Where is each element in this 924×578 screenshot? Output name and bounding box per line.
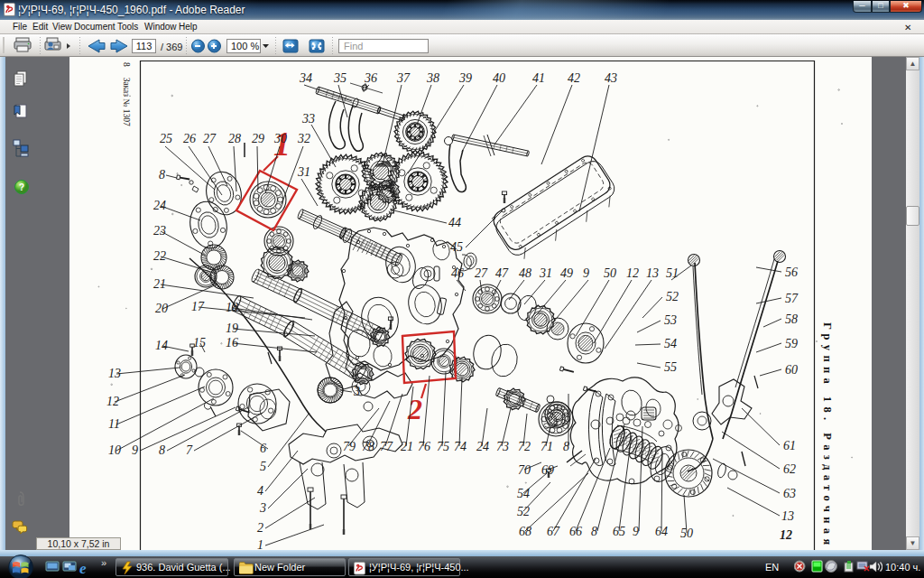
svg-text:28: 28 (228, 132, 241, 145)
svg-text:62: 62 (783, 462, 796, 476)
svg-text:57: 57 (785, 292, 799, 305)
svg-text:10: 10 (108, 443, 121, 457)
svg-text:47: 47 (495, 266, 509, 280)
svg-text:Группа 18. Раздаточная: Группа 18. Раздаточная (821, 322, 834, 550)
svg-text:75: 75 (437, 440, 449, 453)
svg-text:44: 44 (448, 216, 461, 229)
svg-text:17: 17 (191, 300, 205, 313)
svg-text:60: 60 (785, 363, 798, 377)
svg-text:50: 50 (604, 266, 616, 280)
svg-text:49: 49 (560, 266, 573, 280)
svg-text:79: 79 (343, 440, 356, 453)
svg-text:8 Заказ № 1307: 8 Заказ № 1307 (122, 62, 131, 126)
svg-text:72: 72 (518, 440, 531, 453)
svg-text:52: 52 (666, 290, 679, 303)
svg-text:38: 38 (426, 71, 439, 85)
svg-text:5: 5 (260, 460, 266, 473)
svg-text:32: 32 (297, 132, 310, 145)
svg-text:27: 27 (475, 266, 488, 280)
svg-text:19: 19 (226, 322, 238, 335)
svg-text:31: 31 (539, 266, 552, 280)
svg-text:58: 58 (785, 312, 798, 326)
svg-text:3: 3 (259, 501, 266, 515)
svg-text:54: 54 (664, 337, 677, 350)
svg-text:24: 24 (153, 199, 166, 212)
svg-text:30: 30 (273, 132, 287, 145)
svg-text:59: 59 (785, 337, 798, 350)
svg-text:12: 12 (106, 395, 119, 408)
svg-text:25: 25 (160, 132, 172, 145)
svg-text:?: ? (19, 182, 24, 192)
svg-text:9: 9 (583, 266, 589, 280)
svg-text:67: 67 (547, 525, 560, 538)
svg-text:3: 3 (353, 385, 360, 398)
svg-text:29: 29 (252, 132, 264, 145)
svg-text:43: 43 (605, 71, 617, 85)
svg-text:»: » (101, 557, 106, 568)
svg-text:4: 4 (257, 484, 263, 498)
svg-text:54: 54 (517, 487, 530, 500)
svg-text:7: 7 (186, 443, 193, 457)
svg-text:13: 13 (646, 266, 659, 280)
svg-text:53: 53 (664, 313, 677, 327)
svg-text:65: 65 (613, 525, 625, 538)
svg-text:48: 48 (519, 266, 531, 280)
svg-text:61: 61 (783, 439, 796, 452)
svg-text:18: 18 (226, 301, 238, 314)
svg-text:56: 56 (785, 266, 798, 279)
svg-text:9: 9 (132, 443, 138, 457)
svg-text:13: 13 (781, 509, 794, 523)
svg-text:12: 12 (780, 528, 792, 542)
svg-text:22: 22 (153, 249, 166, 263)
svg-text:e: e (79, 560, 87, 577)
svg-text:12: 12 (626, 266, 639, 280)
svg-text:14: 14 (155, 339, 168, 352)
svg-text:34: 34 (299, 71, 312, 85)
svg-text:76: 76 (418, 440, 430, 453)
svg-text:78: 78 (362, 440, 374, 453)
svg-text:23: 23 (153, 224, 166, 238)
svg-text:69: 69 (541, 463, 554, 477)
svg-text:35: 35 (333, 71, 346, 85)
svg-text:31: 31 (297, 165, 310, 179)
svg-text:20: 20 (155, 302, 168, 315)
svg-text:15: 15 (193, 336, 206, 350)
svg-text:26: 26 (183, 132, 196, 145)
svg-text:70: 70 (518, 463, 531, 477)
svg-text:66: 66 (569, 525, 582, 538)
svg-text:51: 51 (666, 266, 679, 280)
svg-text:37: 37 (396, 71, 411, 85)
svg-text:41: 41 (532, 71, 545, 85)
svg-text:1: 1 (257, 538, 263, 551)
svg-text:27: 27 (203, 132, 217, 145)
svg-text:8: 8 (159, 168, 165, 182)
svg-text:40: 40 (493, 71, 505, 85)
svg-text:55: 55 (664, 360, 677, 374)
svg-text:2: 2 (257, 521, 263, 535)
svg-text:42: 42 (568, 71, 580, 85)
svg-text:21: 21 (153, 277, 166, 291)
svg-text:8: 8 (159, 443, 165, 457)
svg-text:16: 16 (226, 336, 238, 350)
svg-text:46: 46 (451, 266, 464, 280)
svg-text:45: 45 (450, 240, 463, 254)
svg-text:39: 39 (458, 71, 472, 85)
svg-text:74: 74 (454, 440, 467, 453)
svg-text:36: 36 (364, 71, 377, 85)
svg-text:9: 9 (633, 525, 639, 538)
svg-text:63: 63 (783, 487, 796, 500)
svg-text:33: 33 (301, 112, 315, 126)
svg-text:8: 8 (591, 525, 597, 538)
